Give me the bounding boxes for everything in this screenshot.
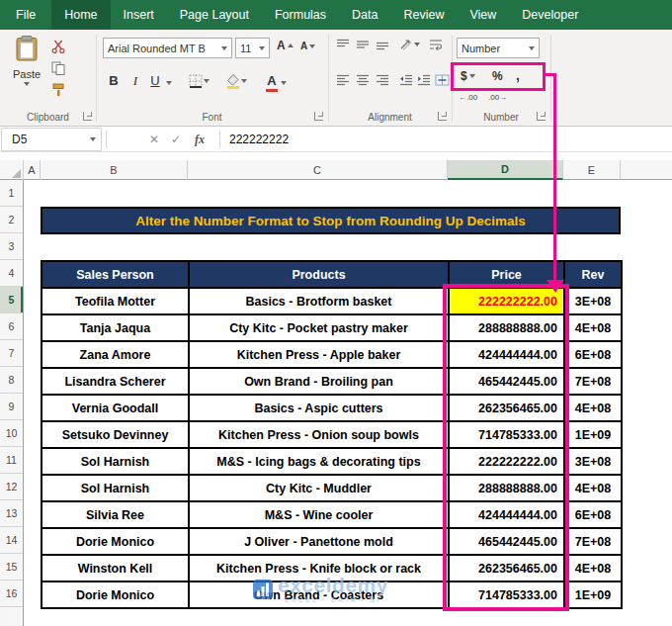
orientation-button[interactable] [399, 38, 420, 50]
row-header-8[interactable]: 8 [0, 367, 23, 394]
cell-price[interactable]: 262356465.00 [449, 395, 564, 421]
cell-price[interactable]: 714785333.00 [449, 421, 564, 448]
cell-rev[interactable]: 4E+08 [564, 314, 622, 341]
cell-rev[interactable]: 6E+08 [564, 341, 622, 368]
copy-button[interactable] [49, 59, 67, 77]
active-cell-d5[interactable]: 222222222.00 [449, 288, 564, 314]
name-box[interactable]: D5 [1, 128, 102, 151]
cell-rev[interactable]: 1E+09 [564, 421, 622, 448]
increase-indent-button[interactable] [417, 74, 431, 86]
tab-review[interactable]: Review [390, 0, 457, 30]
cell-price[interactable]: 465442445.00 [449, 528, 564, 555]
select-all-corner[interactable] [0, 160, 24, 180]
cell-sales-person[interactable]: Teofila Motter [42, 288, 189, 314]
cell-product[interactable]: Basics - Aspic cutters [189, 395, 449, 421]
increase-decimal-button[interactable]: ←.00 [459, 93, 477, 102]
insert-function-button[interactable]: fx [190, 127, 210, 152]
fill-color-button[interactable] [225, 73, 247, 89]
bold-button[interactable]: B [105, 73, 123, 93]
tab-developer[interactable]: Developer [509, 0, 591, 30]
number-format-combo[interactable]: Number [457, 38, 540, 58]
cell-product[interactable]: Cty Kitc - Muddler [189, 475, 449, 501]
middle-align-button[interactable] [356, 39, 370, 50]
align-right-button[interactable] [376, 74, 389, 86]
percent-style-button[interactable]: % [492, 69, 503, 83]
formula-input[interactable]: 222222222 [229, 127, 289, 152]
cell-price[interactable]: 465442445.00 [449, 368, 564, 395]
enter-button[interactable]: ✓ [166, 127, 186, 152]
row-header-3[interactable]: 3 [0, 233, 23, 260]
cell-rev[interactable]: 6E+08 [564, 501, 622, 528]
cell-rev[interactable]: 4E+08 [564, 395, 622, 421]
clipboard-dialog-launcher-icon[interactable] [83, 112, 92, 121]
cell-sales-person[interactable]: Dorie Monico [42, 581, 189, 608]
cell-sales-person[interactable]: Zana Amore [42, 341, 189, 368]
cell-sales-person[interactable]: Setsuko Devinney [42, 421, 189, 448]
cell-price[interactable]: 424444444.00 [449, 501, 564, 528]
cell-rev[interactable]: 3E+08 [564, 288, 622, 314]
col-header-a[interactable]: A [24, 160, 41, 180]
cell-rev[interactable]: 4E+08 [564, 475, 622, 501]
font-name-combo[interactable]: Arial Rounded MT B [103, 38, 232, 58]
col-header-c[interactable]: C [188, 160, 448, 180]
wrap-text-button[interactable] [429, 39, 443, 50]
cell-product[interactable]: Own Brand - Broiling pan [189, 368, 449, 395]
row-header-6[interactable]: 6 [0, 313, 23, 340]
row-header-14[interactable]: 14 [0, 527, 23, 554]
cell-sales-person[interactable]: Lisandra Scherer [42, 368, 189, 395]
font-dialog-launcher-icon[interactable] [314, 112, 323, 121]
top-align-button[interactable] [336, 39, 350, 50]
cell-sales-person[interactable]: Sol Harnish [42, 475, 189, 501]
tab-formulas[interactable]: Formulas [262, 0, 339, 30]
header-price[interactable]: Price [449, 261, 564, 288]
cell-product[interactable]: Kitchen Press - Knife block or rack [189, 555, 449, 581]
underline-dropdown-icon[interactable] [166, 81, 172, 85]
tab-page-layout[interactable]: Page Layout [167, 0, 262, 30]
row-header-15[interactable]: 15 [0, 554, 23, 581]
cell-sales-person[interactable]: Tanja Jaqua [42, 314, 189, 341]
header-sales-person[interactable]: Sales Person [42, 261, 189, 288]
cell-sales-person[interactable]: Vernia Goodall [42, 395, 189, 421]
paste-button[interactable]: Paste [6, 36, 47, 115]
cell-sales-person[interactable]: Dorie Monico [42, 528, 189, 555]
cell-rev[interactable]: 1E+09 [564, 581, 622, 608]
cell-price[interactable]: 288888888.00 [449, 475, 564, 501]
cell-sales-person[interactable]: Sol Harnish [42, 448, 189, 475]
accounting-format-button[interactable]: $ [461, 69, 475, 83]
row-header-13[interactable]: 13 [0, 500, 23, 527]
tab-data[interactable]: Data [339, 0, 390, 30]
font-size-combo[interactable]: 11 [235, 38, 270, 58]
row-header-2[interactable]: 2 [0, 207, 23, 233]
align-center-button[interactable] [356, 74, 370, 86]
align-left-button[interactable] [336, 74, 350, 86]
cell-rev[interactable]: 3E+08 [564, 448, 622, 475]
cell-price[interactable]: 288888888.00 [449, 314, 564, 341]
col-header-partial[interactable] [621, 160, 672, 180]
cell-product[interactable]: M&S - Icing bags & decorating tips [189, 448, 449, 475]
tab-insert[interactable]: Insert [111, 0, 167, 30]
tab-file[interactable]: File [0, 0, 51, 30]
row-header-1[interactable]: 1 [0, 180, 23, 207]
cell-product[interactable]: M&S - Wine cooler [189, 501, 449, 528]
header-products[interactable]: Products [189, 261, 449, 288]
row-header-16[interactable]: 16 [0, 581, 23, 607]
header-rev[interactable]: Rev [564, 261, 622, 288]
col-header-e[interactable]: E [563, 160, 621, 180]
cut-button[interactable] [49, 38, 67, 55]
cell-product[interactable]: Own Brand - Coasters [189, 581, 449, 608]
increase-font-size-button[interactable]: A [277, 39, 294, 52]
cell-price[interactable]: 262356465.00 [449, 555, 564, 581]
cell-rev[interactable]: 7E+08 [564, 368, 622, 395]
merge-center-button[interactable] [435, 74, 450, 86]
cell-product[interactable]: Basics - Brotform basket [189, 288, 449, 314]
decrease-font-size-button[interactable]: A [300, 41, 315, 51]
tab-view[interactable]: View [457, 0, 509, 30]
format-painter-button[interactable] [49, 81, 67, 99]
row-header-9[interactable]: 9 [0, 394, 23, 420]
decrease-decimal-button[interactable]: .00→ [488, 93, 507, 102]
cell-product[interactable]: Kitchen Press - Apple baker [189, 341, 449, 368]
col-header-b[interactable]: B [41, 160, 188, 180]
cell-price[interactable]: 424444444.00 [449, 341, 564, 368]
alignment-dialog-launcher-icon[interactable] [438, 112, 447, 121]
cell-rev[interactable]: 7E+08 [564, 528, 622, 555]
